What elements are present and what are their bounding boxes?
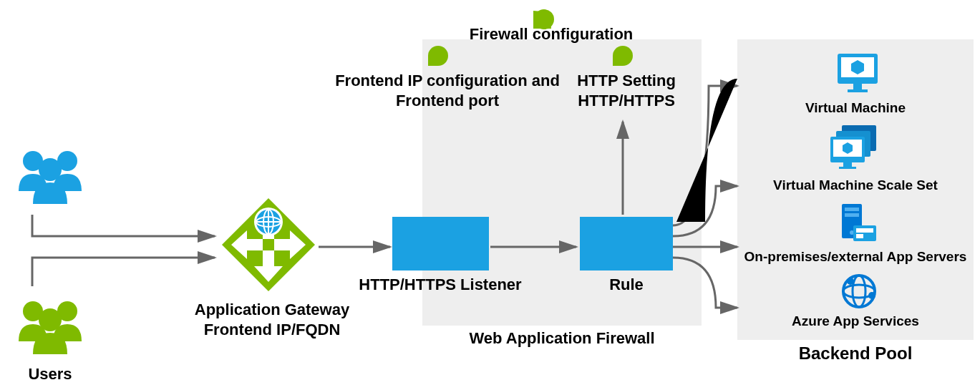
svg-point-0	[23, 151, 43, 171]
svg-point-2	[39, 158, 62, 181]
svg-point-10	[263, 210, 273, 234]
svg-point-1	[57, 151, 77, 171]
svg-marker-6	[222, 198, 315, 291]
svg-point-3	[23, 301, 43, 321]
svg-point-8	[256, 210, 281, 234]
frontend-ip-label-2: Frontend port	[329, 92, 566, 110]
backend-item-onprem: On-premises/external App Servers	[737, 249, 974, 265]
svg-point-4	[57, 301, 77, 321]
backend-pool-label: Backend Pool	[737, 343, 974, 364]
listener-label: HTTP/HTTPS Listener	[344, 276, 537, 294]
rule-block	[580, 217, 673, 270]
firewall-config-label: Firewall configuration	[444, 25, 659, 44]
waf-panel-label: Web Application Firewall	[422, 329, 702, 348]
users-group-top-icon	[19, 151, 82, 204]
backend-item-vmss: Virtual Machine Scale Set	[737, 177, 974, 194]
backend-item-appservices: Azure App Services	[737, 313, 974, 330]
svg-point-7	[254, 208, 283, 236]
application-gateway-icon	[222, 198, 315, 291]
rule-label: Rule	[580, 276, 673, 294]
users-label: Users	[14, 365, 86, 384]
http-setting-label-2: HTTP/HTTPS	[569, 92, 684, 110]
gateway-label-1: Application Gateway	[183, 301, 362, 319]
http-setting-label-1: HTTP Setting	[569, 72, 684, 90]
svg-point-5	[39, 308, 62, 331]
frontend-ip-label-1: Frontend IP configuration and	[329, 72, 566, 90]
users-group-bottom-icon	[19, 301, 82, 354]
backend-item-vm: Virtual Machine	[737, 100, 974, 117]
listener-block	[392, 217, 489, 270]
gateway-label-2: Frontend IP/FQDN	[183, 321, 362, 339]
svg-point-9	[256, 217, 281, 227]
